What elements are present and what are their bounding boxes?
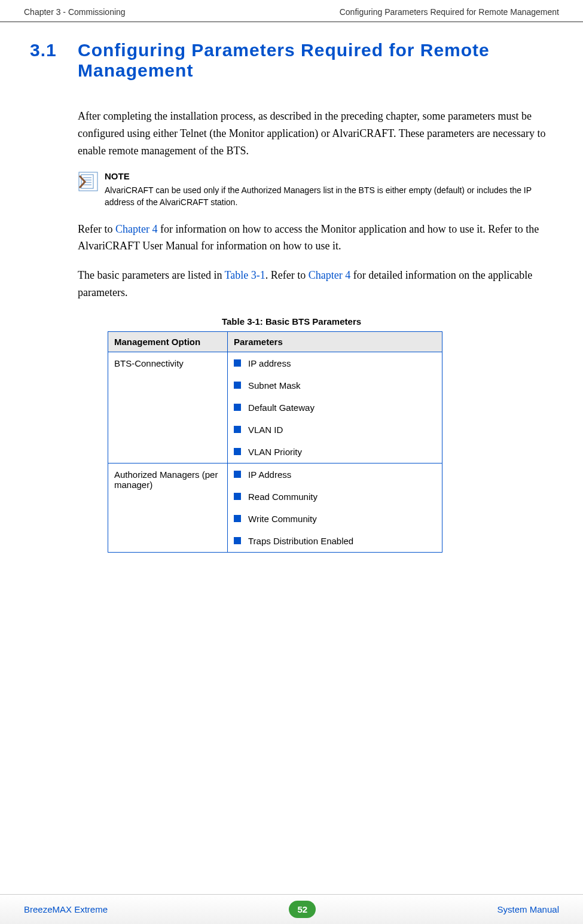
p3-text-b: . Refer to (265, 269, 309, 281)
table-3-1-link[interactable]: Table 3-1 (225, 269, 265, 281)
list-item: VLAN Priority (234, 441, 436, 457)
header-right: Configuring Parameters Required for Remo… (340, 7, 559, 17)
list-item: IP Address (234, 469, 436, 486)
param-text: VLAN Priority (248, 447, 302, 457)
chapter-4-link[interactable]: Chapter 4 (115, 223, 157, 235)
note-content: NOTE AlvariCRAFT can be used only if the… (105, 171, 553, 208)
header-left: Chapter 3 - Commissioning (24, 7, 126, 17)
page-content: 3.1 Configuring Parameters Required for … (0, 22, 583, 553)
section-heading: 3.1 Configuring Parameters Required for … (30, 40, 553, 81)
list-item: VLAN ID (234, 419, 436, 441)
note-icon (78, 171, 99, 192)
list-item: IP address (234, 358, 436, 374)
bullet-icon (234, 404, 241, 411)
bullet-icon (234, 471, 241, 478)
body-text-2: Refer to Chapter 4 for information on ho… (78, 221, 553, 301)
bullet-icon (234, 493, 241, 500)
section-number: 3.1 (30, 40, 78, 60)
param-text: IP Address (248, 469, 291, 480)
table-cell-option: Authorized Managers (per manager) (108, 463, 228, 552)
params-table: Management Option Parameters BTS-Connect… (108, 331, 442, 553)
table-caption: Table 3-1: Basic BTS Parameters (30, 316, 553, 327)
paragraph-1: After completing the installation proces… (78, 108, 553, 159)
note-text: AlvariCRAFT can be used only if the Auth… (105, 185, 553, 208)
table-cell-params: IP address Subnet Mask Default Gateway V… (228, 352, 442, 463)
bullet-icon (234, 448, 241, 455)
list-item: Default Gateway (234, 397, 436, 419)
p2-text-a: Refer to (78, 223, 115, 235)
table-cell-params: IP Address Read Community Write Communit… (228, 463, 442, 552)
bullet-icon (234, 426, 241, 433)
bullet-icon (234, 382, 241, 389)
footer-left: BreezeMAX Extreme (24, 904, 108, 914)
param-text: Traps Distribution Enabled (248, 536, 353, 546)
param-text: Default Gateway (248, 402, 315, 413)
table-row: Authorized Managers (per manager) IP Add… (108, 463, 442, 552)
p3-text-a: The basic parameters are listed in (78, 269, 225, 281)
section-title: Configuring Parameters Required for Remo… (78, 40, 553, 81)
table-header-row: Management Option Parameters (108, 331, 442, 352)
paragraph-2: Refer to Chapter 4 for information on ho… (78, 221, 553, 255)
page-number-badge: 52 (289, 901, 316, 918)
paragraph-3: The basic parameters are listed in Table… (78, 267, 553, 301)
list-item: Traps Distribution Enabled (234, 530, 436, 546)
note-block: NOTE AlvariCRAFT can be used only if the… (78, 171, 553, 208)
param-list: IP Address Read Community Write Communit… (234, 469, 436, 546)
page-header: Chapter 3 - Commissioning Configuring Pa… (0, 0, 583, 22)
param-text: IP address (248, 358, 291, 368)
table-row: BTS-Connectivity IP address Subnet Mask … (108, 352, 442, 463)
page-footer: BreezeMAX Extreme 52 System Manual (0, 894, 583, 924)
table-cell-option: BTS-Connectivity (108, 352, 228, 463)
body-text: After completing the installation proces… (78, 108, 553, 159)
param-text: VLAN ID (248, 425, 283, 435)
param-list: IP address Subnet Mask Default Gateway V… (234, 358, 436, 457)
param-text: Read Community (248, 492, 318, 502)
param-text: Write Community (248, 514, 317, 524)
footer-right: System Manual (497, 904, 559, 914)
svg-rect-1 (81, 175, 93, 188)
bullet-icon (234, 359, 241, 367)
bullet-icon (234, 515, 241, 522)
table-header-col1: Management Option (108, 331, 228, 352)
list-item: Write Community (234, 508, 436, 530)
chapter-4-link-2[interactable]: Chapter 4 (309, 269, 350, 281)
list-item: Subnet Mask (234, 374, 436, 397)
list-item: Read Community (234, 486, 436, 508)
note-label: NOTE (105, 171, 553, 181)
bullet-icon (234, 537, 241, 544)
param-text: Subnet Mask (248, 380, 301, 391)
table-header-col2: Parameters (228, 331, 442, 352)
